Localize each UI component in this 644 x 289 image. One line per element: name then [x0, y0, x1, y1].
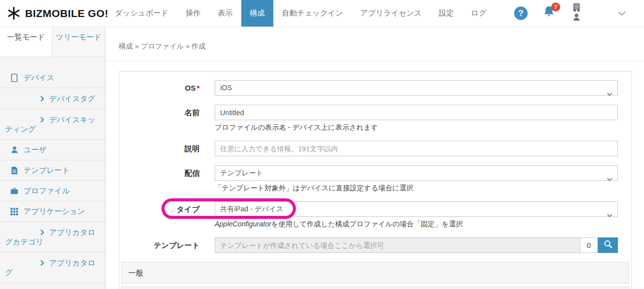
notifications-button[interactable]: 7 — [543, 6, 555, 21]
required-asterisk: * — [197, 84, 200, 92]
sidebar-item-devices[interactable]: デバイス — [0, 68, 105, 88]
chevron-right-icon — [40, 96, 44, 102]
type-help-text: AppleConfiguratorを使用して作成した構成プロファイルの場合「固定… — [215, 219, 618, 228]
type-row: タイプ 共有iPad - デバイス AppleConfiguratorを使用して… — [119, 201, 631, 228]
top-nav-bar: BIZMOBILE GO! ダッシュボード 操作 表示 構成 自動チェックイン … — [0, 0, 644, 27]
brand[interactable]: BIZMOBILE GO! — [0, 0, 106, 27]
os-select[interactable]: iOS — [215, 80, 618, 96]
sidebar-item-banned-app-detection[interactable]: 禁止アプリ検知 — [0, 283, 105, 289]
template-input — [215, 237, 580, 253]
grid-icon — [10, 208, 19, 215]
sidebar-item-app-catalog[interactable]: アプリカタログ — [0, 252, 105, 283]
description-row: 説明 — [119, 141, 631, 156]
search-icon — [604, 240, 612, 250]
top-nav: ダッシュボード 操作 表示 構成 自動チェックイン アプリライセンス 設定 ログ — [106, 0, 495, 27]
nav-item-log[interactable]: ログ — [462, 0, 495, 27]
sidebar-mode-tabs: 一覧モード ツリーモード — [0, 27, 105, 57]
section-general[interactable]: 一般 — [121, 262, 629, 283]
sidebar-item-app-catalog-category[interactable]: アプリカタログカテゴリ — [0, 222, 105, 252]
nav-item-settings[interactable]: 設定 — [430, 0, 462, 27]
account-button[interactable] — [571, 3, 582, 25]
tab-list-mode[interactable]: 一覧モード — [0, 27, 52, 57]
sidebar: 一覧モード ツリーモード デバイス デバイスタグ デバイスキッティング ユーザ … — [0, 27, 105, 289]
nav-item-app-license[interactable]: アプリライセンス — [352, 0, 430, 27]
brand-logo-icon — [7, 7, 21, 20]
os-row: OS* iOS — [119, 80, 631, 96]
header-actions: ? 7 — [514, 0, 644, 27]
sidebar-item-device-kitting[interactable]: デバイスキッティング — [0, 109, 105, 140]
help-icon[interactable]: ? — [514, 7, 528, 20]
organization-user-icon — [571, 3, 582, 25]
select-caret-icon — [607, 87, 612, 101]
notification-badge: 7 — [551, 3, 560, 12]
briefcase-icon — [10, 188, 19, 194]
sidebar-item-templates[interactable]: テンプレート — [0, 160, 105, 181]
nav-item-operations[interactable]: 操作 — [177, 0, 209, 27]
chevron-right-icon — [40, 260, 44, 266]
template-row: テンプレート 0 — [119, 237, 631, 253]
nav-item-configuration[interactable]: 構成 — [241, 0, 273, 27]
delivery-row: 配信 テンプレート 「テンプレート対象外」はデバイスに直接設定する場合に選択 — [119, 165, 631, 192]
chevron-down-icon — [618, 9, 626, 18]
template-label: テンプレート — [119, 237, 208, 253]
name-input[interactable] — [215, 105, 618, 120]
name-label: 名前 — [119, 105, 208, 132]
type-label: タイプ — [119, 201, 208, 228]
sidebar-menu: デバイス デバイスタグ デバイスキッティング ユーザ テンプレート プロファイル — [0, 57, 105, 289]
device-icon — [10, 74, 19, 82]
description-input[interactable] — [215, 141, 618, 156]
nav-item-dashboard[interactable]: ダッシュボード — [106, 0, 177, 27]
sidebar-item-profiles[interactable]: プロファイル — [0, 181, 105, 201]
header-dropdown-caret[interactable] — [618, 9, 626, 18]
breadcrumb[interactable]: 構成 » プロファイル » 作成 — [105, 27, 644, 61]
description-label: 説明 — [119, 141, 208, 156]
brand-name: BIZMOBILE GO! — [25, 8, 108, 20]
sidebar-item-applications[interactable]: アプリケーション — [0, 201, 105, 222]
chevron-right-icon — [40, 229, 44, 235]
type-select[interactable]: 共有iPad - デバイス — [215, 201, 618, 217]
os-label: OS* — [119, 80, 208, 96]
tab-tree-mode[interactable]: ツリーモード — [52, 27, 105, 57]
template-search-button[interactable] — [598, 237, 618, 253]
nav-item-view[interactable]: 表示 — [209, 0, 241, 27]
profile-create-form: OS* iOS 名前 プロファイルの表示名 - デバイス上に表示されます 説明 … — [119, 71, 632, 289]
select-caret-icon — [607, 172, 612, 186]
delivery-label: 配信 — [119, 165, 208, 192]
delivery-help-text: 「テンプレート対象外」はデバイスに直接設定する場合に選択 — [215, 183, 618, 192]
main-content: 構成 » プロファイル » 作成 OS* iOS 名前 プロファイルの表示名 -… — [105, 27, 644, 289]
template-count: 0 — [580, 237, 598, 253]
sidebar-item-device-tags[interactable]: デバイスタグ — [0, 88, 105, 109]
select-caret-icon — [607, 208, 612, 222]
user-icon — [10, 146, 19, 153]
document-icon — [10, 167, 19, 174]
nav-item-auto-checkin[interactable]: 自動チェックイン — [273, 0, 352, 27]
name-help-text: プロファイルの表示名 - デバイス上に表示されます — [215, 123, 618, 132]
chevron-right-icon — [40, 117, 44, 123]
delivery-select[interactable]: テンプレート — [215, 165, 618, 181]
sidebar-item-users[interactable]: ユーザ — [0, 140, 105, 160]
name-row: 名前 プロファイルの表示名 - デバイス上に表示されます — [119, 105, 631, 132]
section-next-partial[interactable] — [121, 286, 629, 289]
